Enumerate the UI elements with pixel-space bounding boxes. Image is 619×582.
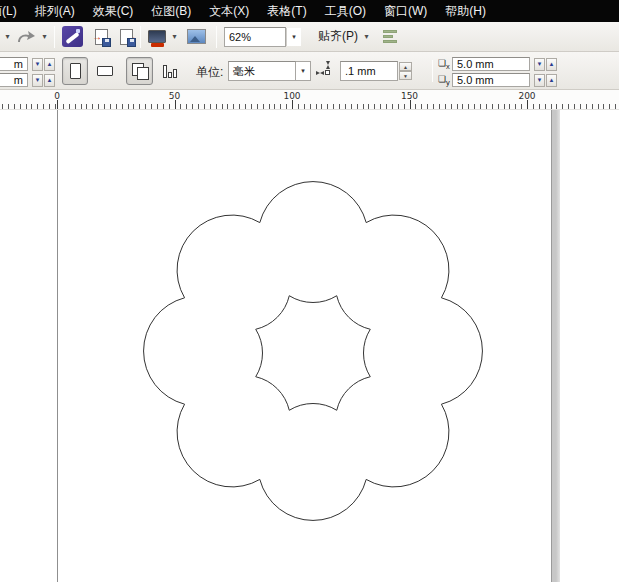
flower-outline-shape[interactable] [144, 182, 483, 521]
ruler-major-tick [527, 100, 528, 109]
application-launcher-icon [62, 26, 83, 47]
import-icon: → [95, 29, 108, 45]
redo-button[interactable] [13, 25, 39, 49]
import-button[interactable]: → [92, 25, 111, 49]
spin-down-icon[interactable]: ▼ [534, 58, 545, 71]
preview-dropdown-caret[interactable]: ▾ [169, 32, 180, 41]
menu-item-3[interactable]: 文本(X) [200, 0, 258, 22]
horizontal-ruler[interactable]: 050100150200 [0, 90, 619, 110]
drawing-canvas[interactable] [0, 110, 619, 582]
redo-dropdown-caret[interactable]: ▾ [39, 32, 50, 41]
current-page-icon [163, 64, 177, 78]
menu-item-2[interactable]: 位图(B) [142, 0, 200, 22]
export-button[interactable]: → [117, 25, 136, 49]
welcome-screen-button[interactable] [184, 25, 209, 49]
menu-item-5[interactable]: 工具(O) [316, 0, 375, 22]
undo-dropdown-caret[interactable]: ▾ [2, 32, 13, 41]
zoom-level-combobox[interactable]: 62% [224, 27, 286, 47]
fullscreen-preview-button[interactable] [145, 25, 169, 49]
toolbar-separator [432, 60, 433, 82]
toolbar-separator [216, 26, 217, 48]
drawing-layer [0, 110, 619, 582]
all-pages-icon [132, 63, 148, 79]
units-label: 单位: [196, 64, 223, 81]
snap-dropdown-caret[interactable]: ▾ [361, 32, 372, 41]
spin-down-icon[interactable]: ▼ [534, 74, 545, 87]
alignment-guides-button[interactable] [380, 25, 400, 49]
star-outline-shape[interactable] [256, 296, 371, 411]
menu-items-container: 排列(A)效果(C)位图(B)文本(X)表格(T)工具(O)窗口(W)帮助(H) [26, 0, 495, 22]
landscape-icon [97, 66, 113, 76]
nudge-offset-field[interactable]: .1 mm [340, 61, 398, 81]
fullscreen-preview-icon [148, 30, 166, 43]
portrait-orientation-button[interactable] [62, 57, 88, 85]
duplicate-distance-y-field[interactable]: 5.0 mm [452, 73, 530, 87]
spin-up-icon[interactable]: ▲ [44, 74, 55, 87]
units-combobox[interactable]: 毫米 [228, 61, 296, 81]
portrait-icon [70, 63, 81, 79]
menu-item-6[interactable]: 窗口(W) [375, 0, 436, 22]
ruler-major-tick [292, 100, 293, 109]
duplicate-y-icon: ❏y [438, 74, 452, 87]
landscape-orientation-button[interactable] [92, 57, 118, 85]
page-width-field[interactable]: m [0, 57, 28, 71]
menu-item-4[interactable]: 表格(T) [258, 0, 315, 22]
page-height-spinner[interactable]: ▼ ▲ [31, 74, 55, 87]
ruler-major-tick [57, 100, 58, 109]
redo-icon [16, 29, 36, 45]
spin-down-icon[interactable]: ▼ [32, 58, 43, 71]
duplicate-x-icon: ❏x [438, 58, 452, 71]
page-height-field[interactable]: m [0, 73, 28, 87]
ruler-major-tick [410, 100, 411, 109]
zoom-dropdown-button[interactable]: ▾ [286, 28, 301, 46]
alignment-guides-icon [383, 30, 397, 43]
export-icon: → [120, 29, 133, 45]
menu-item-0[interactable]: 排列(A) [26, 0, 84, 22]
standard-toolbar: ▾ ▾ → → ▾ 62% ▾ 贴齐(P) [0, 22, 619, 52]
zoom-level-value: 62% [229, 31, 251, 43]
current-page-button[interactable] [156, 57, 183, 85]
snap-to-button[interactable]: 贴齐(P) [315, 25, 361, 49]
menu-item-layout-clipped[interactable]: 面(L) [0, 0, 26, 22]
ruler-major-tick [175, 100, 176, 109]
page-width-spinner[interactable]: ▼ ▲ [31, 58, 55, 71]
all-pages-button[interactable] [126, 57, 153, 85]
welcome-screen-icon [187, 29, 206, 44]
spin-up-icon[interactable]: ▲ [546, 74, 557, 87]
spin-up-icon[interactable]: ▲ [546, 58, 557, 71]
menu-item-1[interactable]: 效果(C) [84, 0, 143, 22]
property-bar: m ▼ ▲ m ▼ ▲ 单位: 毫米 ▾ .1 mm ▲ ▼ [0, 52, 619, 90]
snap-to-label: 贴齐(P) [318, 28, 358, 45]
toolbar-separator [54, 26, 55, 48]
spin-up-icon[interactable]: ▲ [399, 62, 412, 71]
menu-bar: 面(L) 排列(A)效果(C)位图(B)文本(X)表格(T)工具(O)窗口(W)… [0, 0, 619, 22]
duplicate-y-spinner[interactable]: ▼ ▲ [533, 74, 557, 87]
spin-down-icon[interactable]: ▼ [399, 71, 412, 80]
spin-up-icon[interactable]: ▲ [44, 58, 55, 71]
nudge-offset-spinner[interactable]: ▲ ▼ [399, 62, 412, 80]
toolbar-separator [140, 26, 141, 48]
duplicate-x-spinner[interactable]: ▼ ▲ [533, 58, 557, 71]
app-window: { "menu_bar": { "clipped_item": "面(L)", … [0, 0, 619, 582]
units-dropdown-button[interactable]: ▾ [296, 61, 311, 81]
spin-down-icon[interactable]: ▼ [32, 74, 43, 87]
application-launcher-button[interactable] [59, 25, 86, 49]
duplicate-distance-x-field[interactable]: 5.0 mm [452, 57, 530, 71]
menu-item-7[interactable]: 帮助(H) [436, 0, 495, 22]
